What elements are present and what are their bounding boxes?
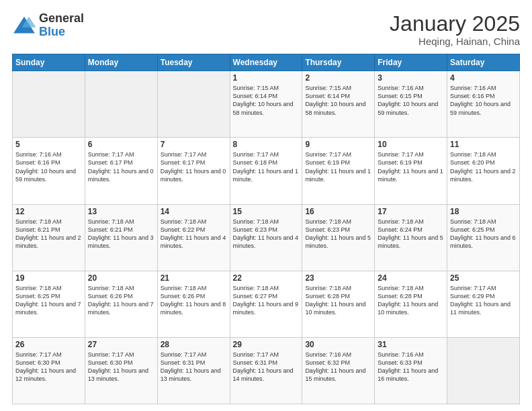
calendar-cell: 19Sunrise: 7:18 AM Sunset: 6:25 PM Dayli… (13, 271, 85, 337)
day-info: Sunrise: 7:18 AM Sunset: 6:27 PM Dayligh… (233, 284, 300, 317)
calendar-header-row: Sunday Monday Tuesday Wednesday Thursday… (13, 54, 520, 71)
calendar-table: Sunday Monday Tuesday Wednesday Thursday… (12, 54, 520, 404)
day-number: 8 (233, 140, 300, 149)
col-saturday: Saturday (447, 54, 520, 71)
day-info: Sunrise: 7:18 AM Sunset: 6:28 PM Dayligh… (305, 284, 371, 317)
calendar-cell: 25Sunrise: 7:17 AM Sunset: 6:29 PM Dayli… (447, 271, 520, 337)
page: General Blue January 2025 Heqing, Hainan… (0, 0, 532, 411)
day-info: Sunrise: 7:17 AM Sunset: 6:17 PM Dayligh… (88, 150, 154, 183)
calendar-cell: 13Sunrise: 7:18 AM Sunset: 6:21 PM Dayli… (85, 204, 157, 271)
day-info: Sunrise: 7:18 AM Sunset: 6:26 PM Dayligh… (88, 284, 154, 317)
calendar-cell: 6Sunrise: 7:17 AM Sunset: 6:17 PM Daylig… (85, 138, 157, 204)
day-info: Sunrise: 7:18 AM Sunset: 6:25 PM Dayligh… (15, 284, 82, 317)
day-info: Sunrise: 7:16 AM Sunset: 6:16 PM Dayligh… (450, 84, 517, 117)
day-info: Sunrise: 7:15 AM Sunset: 6:14 PM Dayligh… (233, 84, 300, 117)
calendar-week-2: 5Sunrise: 7:16 AM Sunset: 6:16 PM Daylig… (13, 138, 520, 204)
day-number: 15 (233, 207, 300, 216)
col-friday: Friday (375, 54, 447, 71)
day-info: Sunrise: 7:18 AM Sunset: 6:23 PM Dayligh… (233, 218, 300, 250)
calendar-cell: 26Sunrise: 7:17 AM Sunset: 6:30 PM Dayli… (13, 337, 85, 404)
day-info: Sunrise: 7:17 AM Sunset: 6:19 PM Dayligh… (378, 150, 444, 183)
day-info: Sunrise: 7:18 AM Sunset: 6:21 PM Dayligh… (15, 218, 82, 250)
day-number: 25 (450, 273, 517, 283)
calendar-cell: 5Sunrise: 7:16 AM Sunset: 6:16 PM Daylig… (13, 138, 85, 204)
header: General Blue January 2025 Heqing, Hainan… (12, 12, 520, 47)
day-info: Sunrise: 7:18 AM Sunset: 6:24 PM Dayligh… (378, 218, 444, 250)
day-number: 30 (305, 340, 371, 349)
calendar-cell: 18Sunrise: 7:18 AM Sunset: 6:25 PM Dayli… (447, 204, 520, 271)
calendar-cell: 11Sunrise: 7:18 AM Sunset: 6:20 PM Dayli… (447, 138, 520, 204)
calendar-cell: 28Sunrise: 7:17 AM Sunset: 6:31 PM Dayli… (157, 337, 230, 404)
calendar-cell: 29Sunrise: 7:17 AM Sunset: 6:31 PM Dayli… (230, 337, 302, 404)
calendar-week-3: 12Sunrise: 7:18 AM Sunset: 6:21 PM Dayli… (13, 204, 520, 271)
calendar-cell (85, 71, 157, 138)
day-number: 24 (378, 273, 444, 283)
day-number: 2 (305, 73, 371, 83)
title-block: January 2025 Heqing, Hainan, China (390, 12, 520, 47)
calendar-cell: 14Sunrise: 7:18 AM Sunset: 6:22 PM Dayli… (157, 204, 230, 271)
calendar-cell: 21Sunrise: 7:18 AM Sunset: 6:26 PM Dayli… (157, 271, 230, 337)
main-title: January 2025 (390, 12, 520, 36)
day-number: 22 (233, 273, 300, 283)
day-number: 13 (88, 207, 154, 216)
day-number: 26 (15, 340, 82, 349)
day-info: Sunrise: 7:17 AM Sunset: 6:30 PM Dayligh… (15, 351, 82, 383)
subtitle: Heqing, Hainan, China (390, 36, 520, 47)
day-number: 14 (161, 207, 227, 216)
day-number: 6 (88, 140, 154, 149)
day-info: Sunrise: 7:18 AM Sunset: 6:22 PM Dayligh… (161, 218, 227, 250)
calendar-cell: 20Sunrise: 7:18 AM Sunset: 6:26 PM Dayli… (85, 271, 157, 337)
day-info: Sunrise: 7:17 AM Sunset: 6:29 PM Dayligh… (450, 284, 517, 317)
calendar-cell: 27Sunrise: 7:17 AM Sunset: 6:30 PM Dayli… (85, 337, 157, 404)
calendar-cell: 15Sunrise: 7:18 AM Sunset: 6:23 PM Dayli… (230, 204, 302, 271)
day-number: 4 (450, 73, 517, 83)
day-number: 7 (161, 140, 227, 149)
day-number: 19 (15, 273, 82, 283)
day-info: Sunrise: 7:17 AM Sunset: 6:31 PM Dayligh… (161, 351, 227, 383)
calendar-cell: 24Sunrise: 7:18 AM Sunset: 6:28 PM Dayli… (375, 271, 447, 337)
day-info: Sunrise: 7:18 AM Sunset: 6:26 PM Dayligh… (161, 284, 227, 317)
day-info: Sunrise: 7:15 AM Sunset: 6:14 PM Dayligh… (305, 84, 371, 117)
calendar-cell: 2Sunrise: 7:15 AM Sunset: 6:14 PM Daylig… (302, 71, 375, 138)
calendar-cell: 12Sunrise: 7:18 AM Sunset: 6:21 PM Dayli… (13, 204, 85, 271)
day-number: 21 (161, 273, 227, 283)
day-number: 9 (305, 140, 371, 149)
logo-icon (12, 15, 36, 36)
day-info: Sunrise: 7:18 AM Sunset: 6:20 PM Dayligh… (450, 150, 517, 183)
calendar-cell (13, 71, 85, 138)
calendar-cell: 23Sunrise: 7:18 AM Sunset: 6:28 PM Dayli… (302, 271, 375, 337)
col-thursday: Thursday (302, 54, 375, 71)
calendar-week-1: 1Sunrise: 7:15 AM Sunset: 6:14 PM Daylig… (13, 71, 520, 138)
day-number: 28 (161, 340, 227, 349)
day-number: 23 (305, 273, 371, 283)
calendar-cell: 16Sunrise: 7:18 AM Sunset: 6:23 PM Dayli… (302, 204, 375, 271)
calendar-cell: 30Sunrise: 7:16 AM Sunset: 6:32 PM Dayli… (302, 337, 375, 404)
day-info: Sunrise: 7:17 AM Sunset: 6:19 PM Dayligh… (305, 150, 371, 183)
day-info: Sunrise: 7:17 AM Sunset: 6:18 PM Dayligh… (233, 150, 300, 183)
logo-blue: Blue (39, 26, 84, 39)
calendar-week-4: 19Sunrise: 7:18 AM Sunset: 6:25 PM Dayli… (13, 271, 520, 337)
day-info: Sunrise: 7:16 AM Sunset: 6:15 PM Dayligh… (378, 84, 444, 117)
day-number: 3 (378, 73, 444, 83)
calendar-cell: 31Sunrise: 7:16 AM Sunset: 6:33 PM Dayli… (375, 337, 447, 404)
day-number: 29 (233, 340, 300, 349)
calendar-cell: 22Sunrise: 7:18 AM Sunset: 6:27 PM Dayli… (230, 271, 302, 337)
day-number: 16 (305, 207, 371, 216)
logo-general: General (39, 12, 84, 26)
day-number: 11 (450, 140, 517, 149)
day-info: Sunrise: 7:16 AM Sunset: 6:32 PM Dayligh… (305, 351, 371, 383)
logo: General Blue (12, 12, 84, 39)
day-number: 20 (88, 273, 154, 283)
col-sunday: Sunday (13, 54, 85, 71)
col-wednesday: Wednesday (230, 54, 302, 71)
col-monday: Monday (85, 54, 157, 71)
calendar-cell: 17Sunrise: 7:18 AM Sunset: 6:24 PM Dayli… (375, 204, 447, 271)
day-number: 12 (15, 207, 82, 216)
col-tuesday: Tuesday (157, 54, 230, 71)
day-info: Sunrise: 7:18 AM Sunset: 6:28 PM Dayligh… (378, 284, 444, 317)
day-number: 5 (15, 140, 82, 149)
day-number: 17 (378, 207, 444, 216)
calendar-cell: 3Sunrise: 7:16 AM Sunset: 6:15 PM Daylig… (375, 71, 447, 138)
day-info: Sunrise: 7:17 AM Sunset: 6:31 PM Dayligh… (233, 351, 300, 383)
calendar-cell: 9Sunrise: 7:17 AM Sunset: 6:19 PM Daylig… (302, 138, 375, 204)
